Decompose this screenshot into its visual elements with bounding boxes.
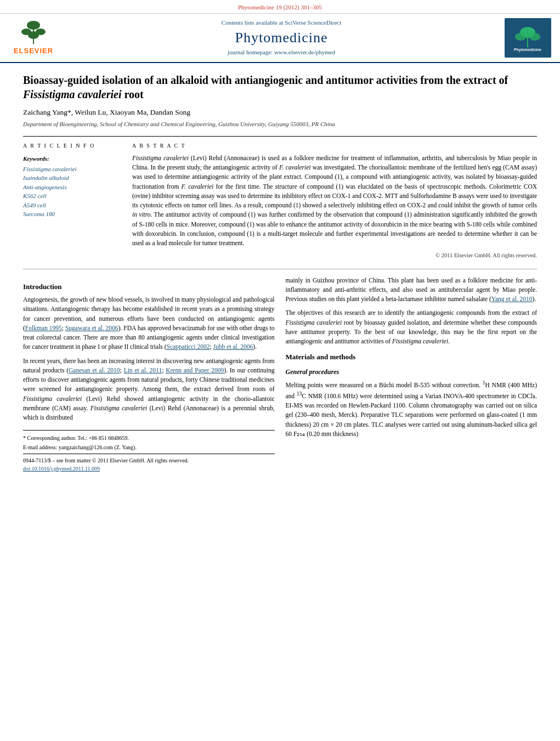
article-info-label: A R T I C L E I N F O [23, 142, 119, 150]
abstract-text: Fissistigma cavaleriei (Levi) Rehd (Anno… [132, 154, 537, 248]
issn-doi-area: 0944-7113/$ – see front matter © 2011 El… [23, 454, 275, 473]
abstract-italic-4: in vitro [132, 211, 151, 218]
right-italic-2: Fissistigma cavaleriei [392, 338, 448, 344]
title-italic: Fissistigma cavaleriei [23, 88, 121, 100]
ref-folkman[interactable]: Folkman 1995 [25, 325, 62, 331]
header-center: Contents lists available at SciVerse Sci… [65, 19, 498, 57]
affiliation: Department of Bioengineering, School of … [23, 120, 537, 129]
phytomedicine-logo-box: Phytomedicine [505, 18, 551, 58]
keyword-5: A549 cell [23, 201, 119, 210]
journal-reference: Phytomedicine 19 (2012) 301–305 [0, 0, 560, 14]
right-para-1: mainly in Guizhou province of China. Thi… [286, 276, 538, 304]
right-para-2: The objectives of this research are to i… [286, 308, 538, 346]
ref-krenn[interactable]: Krenn and Paper 2009 [166, 367, 224, 374]
introduction-heading: Introduction [23, 281, 275, 292]
ref-sugawara[interactable]: Sugawara et al. 2006 [65, 325, 118, 331]
footnote-corresponding: * Corresponding author. Tel.: +86 851 68… [23, 434, 275, 442]
author-names: Zaichang Yang*, Weilun Lu, Xiaoyan Ma, D… [23, 108, 190, 116]
keyword-3: Anti-angiogenesis [23, 183, 119, 192]
general-heading: General procedures [286, 367, 538, 377]
intro-para-2: In recent years, there has been an incre… [23, 357, 275, 423]
journal-title: Phytomedicine [65, 27, 498, 48]
abstract-showed-text: showed [303, 202, 322, 208]
keyword-2: Isaindalin alkaloid [23, 173, 119, 183]
footnote-email: E-mail address: yangzaichang@126.com (Z.… [23, 443, 275, 451]
section-divider [23, 269, 537, 269]
issn-text: 0944-7113/$ – see front matter © 2011 El… [23, 456, 275, 465]
intro-para-1: Angiogenesis, the growth of new blood ve… [23, 295, 275, 352]
copyright-text: © 2011 Elsevier GmbH. All rights reserve… [132, 251, 537, 259]
abstract-col: A B S T R A C T Fissistigma cavaleriei (… [132, 142, 537, 259]
ref-scappaticci[interactable]: Scappaticci 2002 [167, 343, 210, 350]
ref-jubb[interactable]: Jubb et al. 2006 [213, 343, 253, 350]
contents-link[interactable]: Contents lists available at SciVerse Sci… [65, 19, 498, 27]
journal-ref-text: Phytomedicine 19 (2012) 301–305 [238, 4, 322, 10]
ref-yang[interactable]: Yang et al. 2010 [491, 296, 533, 302]
abstract-label: A B S T R A C T [132, 142, 537, 150]
article-info-col: A R T I C L E I N F O Keywords: Fissisti… [23, 142, 119, 259]
abstract-italic-3: F. cavaleriei [182, 183, 214, 190]
svg-point-2 [27, 21, 40, 30]
elsevier-tree-icon [19, 20, 49, 46]
article-info-abstract: A R T I C L E I N F O Keywords: Fissisti… [23, 136, 537, 259]
journal-header: ELSEVIER Contents lists available at Sci… [0, 14, 560, 63]
keywords-label: Keywords: [23, 155, 119, 163]
general-text: Melting points were measured on a Büchi … [286, 379, 538, 439]
right-col: mainly in Guizhou province of China. Thi… [286, 276, 538, 473]
journal-homepage[interactable]: journal homepage: www.elsevier.de/phymed [65, 48, 498, 57]
svg-point-5 [28, 31, 39, 39]
doi-text[interactable]: doi:10.1016/j.phymed.2011.11.009 [23, 465, 275, 473]
svg-point-8 [515, 33, 526, 41]
materials-heading: Materials and methods [286, 352, 538, 363]
ref-lin[interactable]: Lin et al. 2011 [124, 367, 162, 374]
authors: Zaichang Yang*, Weilun Lu, Xiaoyan Ma, D… [23, 107, 537, 118]
main-content: Bioassay-guided isolation of an alkaloid… [0, 63, 560, 483]
keyword-4: K562 cell [23, 191, 119, 201]
doi-link[interactable]: doi:10.1016/j.phymed.2011.11.009 [23, 466, 100, 472]
footnote-area: * Corresponding author. Tel.: +86 851 68… [23, 430, 275, 451]
right-italic-1: Fissistigma cavaleriei [286, 319, 342, 326]
keyword-1: Fissistigma cavaleriei [23, 165, 119, 174]
elsevier-wordmark: ELSEVIER [14, 46, 53, 56]
body-two-col: Introduction Angiogenesis, the growth of… [23, 276, 537, 473]
abstract-that-compound-text: that compound [365, 211, 403, 218]
ref-ganesan[interactable]: Ganesan et al. 2010 [69, 367, 120, 374]
phytomedicine-logo-icon: Phytomedicine [507, 20, 548, 53]
intro-italic-2: Fissistigma cavaleriei [90, 405, 147, 411]
introduction-col: Introduction Angiogenesis, the growth of… [23, 276, 275, 473]
abstract-italic-2: F. cavaleriei [279, 164, 311, 171]
svg-text:Phytomedicine: Phytomedicine [514, 48, 541, 52]
keyword-6: Sarcoma 180 [23, 210, 119, 219]
elsevier-logo: ELSEVIER [9, 20, 58, 56]
abstract-italic-1: Fissistigma cavaleriei [132, 155, 189, 161]
intro-italic-1: Fissistigma cavaleriei [23, 395, 82, 402]
article-title: Bioassay-guided isolation of an alkaloid… [23, 73, 537, 101]
svg-point-9 [529, 33, 540, 41]
